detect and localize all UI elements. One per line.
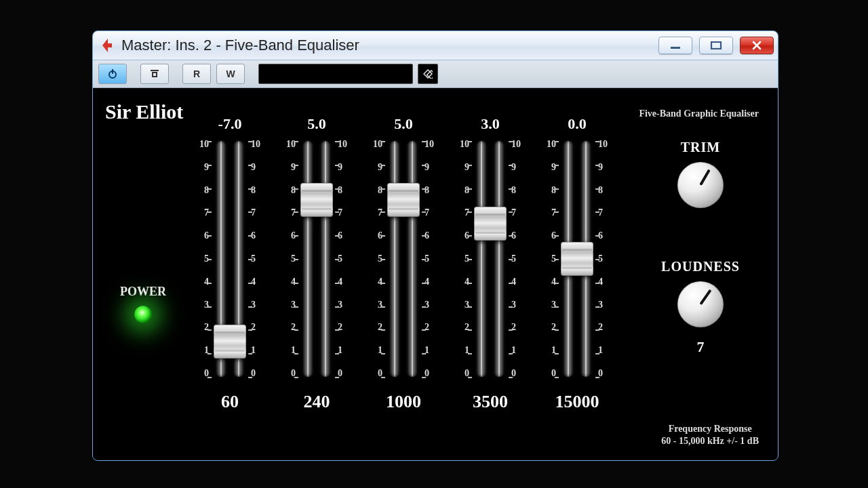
close-button[interactable] — [740, 37, 774, 54]
maximize-button[interactable] — [699, 37, 733, 54]
footer-line2: 60 - 15,000 kHz +/- 1 dB — [661, 435, 759, 447]
band-gain-readout: 5.0 — [394, 115, 413, 134]
band-gain-readout: -7.0 — [218, 115, 242, 134]
power-led[interactable] — [134, 306, 152, 323]
plugin-subtitle: Five-Band Graphic Equaliser — [639, 108, 759, 119]
fader-cap[interactable] — [387, 183, 420, 217]
automation-read-button[interactable]: R — [182, 64, 211, 84]
plugin-brand: Sir Elliot — [105, 100, 183, 123]
window-title: Master: Ins. 2 - Five-Band Equaliser — [121, 37, 359, 54]
toolbar-button-b[interactable] — [140, 64, 169, 84]
power-label: POWER — [120, 285, 166, 299]
band-freq-label: 60 — [221, 392, 239, 412]
eq-band-3500: 3.01098765432101098765432103500 — [452, 115, 529, 412]
svg-rect-0 — [671, 47, 680, 49]
plugin-toolbar: R W — [93, 60, 778, 88]
eq-band-15000: 0.010987654321010987654321015000 — [538, 115, 616, 412]
automation-write-button[interactable]: W — [216, 64, 245, 84]
preset-name-field[interactable] — [258, 64, 413, 84]
eq-band-1000: 5.01098765432101098765432101000 — [365, 115, 442, 412]
minimize-button[interactable] — [658, 37, 692, 54]
loudness-section: LOUDNESS 7 — [660, 259, 741, 356]
eq-band-240: 5.0109876543210109876543210240 — [278, 115, 355, 412]
svg-rect-1 — [711, 42, 721, 49]
band-freq-label: 240 — [304, 392, 330, 412]
bypass-power-button[interactable] — [98, 64, 127, 84]
trim-knob[interactable] — [677, 162, 724, 208]
band-slider[interactable]: 109876543210109876543210 — [365, 138, 442, 380]
eq-band-60: -7.010987654321010987654321060 — [191, 115, 269, 412]
loudness-label: LOUDNESS — [660, 259, 741, 274]
eq-bands: -7.0109876543210109876543210605.01098765… — [191, 115, 616, 412]
band-slider[interactable]: 109876543210109876543210 — [452, 138, 529, 380]
band-slider[interactable]: 109876543210109876543210 — [278, 138, 355, 380]
titlebar[interactable]: Master: Ins. 2 - Five-Band Equaliser — [93, 31, 778, 60]
band-freq-label: 3500 — [473, 392, 508, 412]
loudness-value: 7 — [660, 338, 741, 356]
footer-line1: Frequency Response — [661, 423, 759, 435]
fader-cap[interactable] — [474, 207, 507, 241]
plugin-panel: Sir Elliot Five-Band Graphic Equaliser P… — [93, 88, 778, 461]
band-freq-label: 1000 — [386, 392, 421, 412]
plugin-window: Master: Ins. 2 - Five-Band Equaliser R W — [92, 30, 778, 461]
svg-rect-3 — [112, 69, 113, 74]
band-slider[interactable]: 109876543210109876543210 — [538, 138, 616, 380]
desktop: Master: Ins. 2 - Five-Band Equaliser R W — [0, 0, 868, 488]
fader-cap[interactable] — [214, 325, 246, 359]
band-gain-readout: 3.0 — [481, 115, 500, 134]
app-icon — [98, 36, 117, 55]
preset-browser-button[interactable] — [418, 64, 438, 84]
svg-rect-5 — [153, 73, 157, 77]
loudness-knob[interactable] — [677, 281, 724, 327]
power-section: POWER — [120, 285, 166, 323]
trim-label: TRIM — [660, 140, 741, 155]
trim-section: TRIM — [660, 140, 741, 208]
fader-cap[interactable] — [561, 242, 593, 276]
band-freq-label: 15000 — [555, 392, 599, 412]
band-slider[interactable]: 109876543210109876543210 — [191, 138, 269, 380]
svg-rect-4 — [151, 70, 159, 71]
band-gain-readout: 5.0 — [307, 115, 326, 134]
fader-cap[interactable] — [300, 183, 333, 217]
footer-note: Frequency Response 60 - 15,000 kHz +/- 1… — [661, 423, 759, 447]
band-gain-readout: 0.0 — [568, 115, 587, 134]
